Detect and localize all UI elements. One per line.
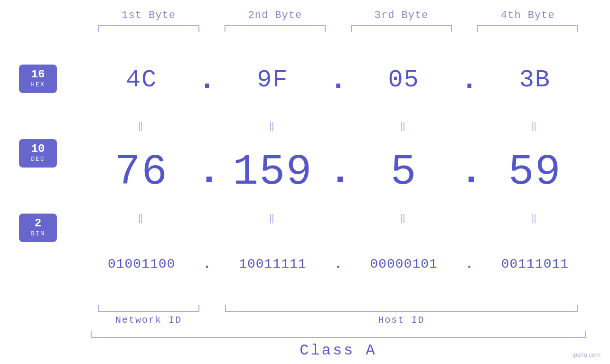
dec-row: 76 . 159 . 5 . 59 xyxy=(85,133,591,211)
bracket-cell-4 xyxy=(465,25,591,32)
dot-hex-2: . xyxy=(329,64,348,96)
dec-val-1: 76 xyxy=(85,148,197,196)
bracket-top-1 xyxy=(98,25,199,32)
bracket-cell-1 xyxy=(85,25,212,32)
network-bracket xyxy=(98,305,199,312)
dec-val-4: 59 xyxy=(479,148,591,196)
bin-label: BIN xyxy=(31,230,45,237)
sep8: ‖ xyxy=(479,212,591,224)
dec-label: DEC xyxy=(31,156,45,163)
network-id-label: Network ID xyxy=(85,315,212,326)
id-labels: Network ID Host ID xyxy=(85,315,591,326)
bracket-cell-3 xyxy=(338,25,465,32)
bracket-top-3 xyxy=(351,25,452,32)
full-bracket-wrap xyxy=(85,331,591,338)
dot-hex-1: . xyxy=(197,64,216,96)
byte4-header: 4th Byte xyxy=(465,9,591,21)
dot-bin-2: . xyxy=(329,257,348,271)
bin-number: 2 xyxy=(35,218,41,229)
hex-val-2: 9F xyxy=(216,66,328,94)
host-id-label: Host ID xyxy=(212,315,591,326)
bin-badge: 2 BIN xyxy=(19,214,57,242)
dot-bin-3: . xyxy=(460,257,479,271)
hex-label: HEX xyxy=(31,81,45,88)
dec-val-2: 159 xyxy=(216,148,328,196)
bracket-cell-2 xyxy=(212,25,338,32)
hex-badge: 16 HEX xyxy=(19,65,57,93)
sep7: ‖ xyxy=(348,212,460,224)
label-column: 16 HEX 10 DEC 2 BIN xyxy=(19,41,85,303)
byte2-header: 2nd Byte xyxy=(212,9,338,21)
dec-val-3: 5 xyxy=(348,148,460,196)
hex-val-3: 05 xyxy=(348,66,460,94)
dot-dec-1: . xyxy=(197,150,216,194)
host-bracket-wrap xyxy=(212,305,591,312)
sep5: ‖ xyxy=(85,212,197,224)
class-label: Class A xyxy=(85,342,591,359)
hex-val-1: 4C xyxy=(85,66,197,94)
byte1-header: 1st Byte xyxy=(85,9,212,21)
hex-number: 16 xyxy=(31,69,45,80)
dot-dec-2: . xyxy=(329,150,348,194)
sep-dec-bin: ‖ ‖ ‖ ‖ xyxy=(85,211,591,225)
bin-row: 01001100 . 10011111 . 00000101 . 0011101… xyxy=(85,225,591,303)
bin-val-3: 00000101 xyxy=(348,257,460,271)
sep1: ‖ xyxy=(85,120,197,132)
sep-hex-dec: ‖ ‖ ‖ ‖ xyxy=(85,119,591,133)
bin-val-4: 00111011 xyxy=(479,257,591,271)
content-area: 16 HEX 10 DEC 2 BIN 4C . 9F . 05 . 3B xyxy=(19,41,591,303)
top-brackets xyxy=(19,25,591,32)
main-container: 1st Byte 2nd Byte 3rd Byte 4th Byte 16 H… xyxy=(0,0,610,364)
host-bracket xyxy=(225,305,578,312)
bottom-section: Network ID Host ID Class A xyxy=(19,305,591,359)
bracket-top-4 xyxy=(477,25,578,32)
dec-badge: 10 DEC xyxy=(19,139,57,168)
byte-headers: 1st Byte 2nd Byte 3rd Byte 4th Byte xyxy=(19,9,591,21)
dec-number: 10 xyxy=(31,143,45,155)
sep3: ‖ xyxy=(348,120,460,132)
byte3-header: 3rd Byte xyxy=(338,9,465,21)
bracket-top-2 xyxy=(225,25,326,32)
full-bracket xyxy=(91,331,586,338)
hex-row: 4C . 9F . 05 . 3B xyxy=(85,41,591,119)
dot-dec-3: . xyxy=(460,150,479,194)
watermark: ipshu.com xyxy=(572,351,601,358)
dot-hex-3: . xyxy=(460,64,479,96)
bin-val-2: 10011111 xyxy=(216,257,328,271)
network-bracket-wrap xyxy=(85,305,212,312)
dot-bin-1: . xyxy=(197,257,216,271)
bottom-brackets-row xyxy=(85,305,591,312)
sep6: ‖ xyxy=(216,212,328,224)
values-grid: 4C . 9F . 05 . 3B ‖ ‖ ‖ ‖ 76 . xyxy=(85,41,591,303)
sep2: ‖ xyxy=(216,120,328,132)
sep4: ‖ xyxy=(479,120,591,132)
bin-val-1: 01001100 xyxy=(85,257,197,271)
hex-val-4: 3B xyxy=(479,66,591,94)
